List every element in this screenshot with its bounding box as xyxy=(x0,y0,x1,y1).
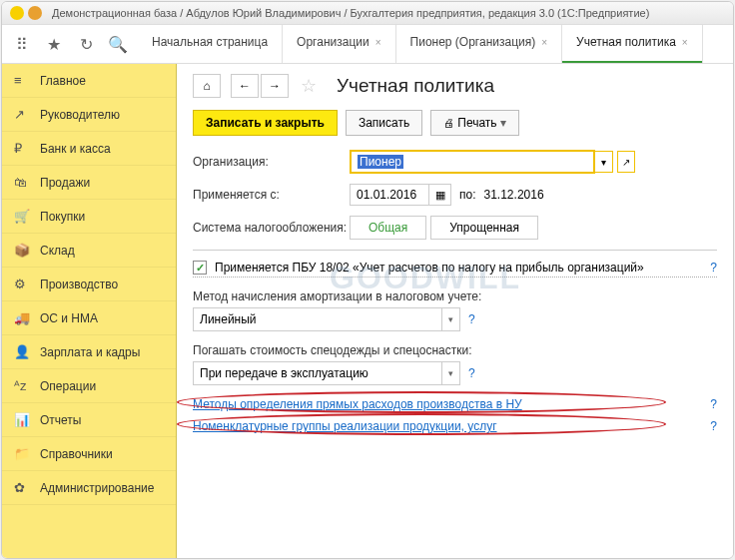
tax-simple-button[interactable]: Упрощенная xyxy=(430,216,538,240)
sidebar-item-7[interactable]: 🚚ОС и НМА xyxy=(2,301,176,335)
content: ⌂ ← → ☆ Учетная политика Записать и закр… xyxy=(177,64,733,558)
favorite-icon[interactable]: ★ xyxy=(38,25,70,63)
sidebar-icon: 📁 xyxy=(14,446,32,461)
sidebar-item-1[interactable]: ↗Руководителю xyxy=(2,98,176,132)
applies-label: Применяется с: xyxy=(193,188,350,202)
sidebar-label: Отчеты xyxy=(40,413,81,427)
sidebar-icon: ₽ xyxy=(14,141,32,156)
org-input[interactable]: Пионер xyxy=(350,150,595,174)
topbar: ⠿ ★ ↻ 🔍 Начальная страницаОрганизации×Пи… xyxy=(2,25,733,64)
sidebar: ≡Главное↗Руководителю₽Банк и касса🛍Прода… xyxy=(2,64,177,558)
sidebar-item-6[interactable]: ⚙Производство xyxy=(2,268,176,301)
sidebar-label: Зарплата и кадры xyxy=(40,345,140,359)
sidebar-label: Покупки xyxy=(40,210,85,224)
forward-button[interactable]: → xyxy=(261,74,289,98)
sidebar-icon: ⚙ xyxy=(14,277,32,291)
org-open-button[interactable]: ↗ xyxy=(617,151,635,173)
help-icon[interactable]: ? xyxy=(710,261,717,275)
amort-dropdown-button[interactable]: ▾ xyxy=(442,307,460,331)
history-icon[interactable]: ↻ xyxy=(70,25,102,63)
sidebar-label: Склад xyxy=(40,244,75,258)
sidebar-item-5[interactable]: 📦Склад xyxy=(2,234,176,268)
apps-icon[interactable]: ⠿ xyxy=(6,25,38,63)
sidebar-item-10[interactable]: 📊Отчеты xyxy=(2,403,176,437)
date-to-label: по: xyxy=(459,188,476,202)
sidebar-icon: 📊 xyxy=(14,412,32,427)
help-icon[interactable]: ? xyxy=(468,312,475,326)
date-from-input[interactable] xyxy=(350,184,429,206)
tax-general-button[interactable]: Общая xyxy=(350,216,426,240)
save-close-button[interactable]: Записать и закрыть xyxy=(193,110,338,136)
sidebar-label: Производство xyxy=(40,278,118,291)
sidebar-item-8[interactable]: 👤Зарплата и кадры xyxy=(2,335,176,369)
sidebar-label: Главное xyxy=(40,74,86,88)
org-dropdown-button[interactable]: ▾ xyxy=(595,151,613,173)
sidebar-icon: ✿ xyxy=(14,480,32,495)
sidebar-item-3[interactable]: 🛍Продажи xyxy=(2,166,176,200)
tab-close-icon[interactable]: × xyxy=(375,37,381,48)
page-title: Учетная политика xyxy=(337,75,494,97)
sidebar-icon: 📦 xyxy=(14,243,32,258)
sidebar-label: Администрирование xyxy=(40,481,154,495)
tab-2[interactable]: Пионер (Организация)× xyxy=(396,25,563,63)
sidebar-item-9[interactable]: ᴬzОперации xyxy=(2,369,176,403)
help-icon[interactable]: ? xyxy=(710,419,717,433)
sidebar-item-4[interactable]: 🛒Покупки xyxy=(2,200,176,234)
sidebar-icon: 🛍 xyxy=(14,175,32,190)
app-icon-2 xyxy=(28,6,42,20)
titlebar-text: Демонстрационная база / Абдулов Юрий Вла… xyxy=(52,7,649,19)
spec-dropdown-button[interactable]: ▾ xyxy=(442,361,460,385)
sidebar-label: Банк и касса xyxy=(40,142,111,156)
spec-label: Погашать стоимость спецодежды и спецосна… xyxy=(193,343,717,357)
tax-label: Система налогообложения: xyxy=(193,221,350,235)
search-icon[interactable]: 🔍 xyxy=(102,25,134,63)
help-icon[interactable]: ? xyxy=(468,366,475,380)
tab-close-icon[interactable]: × xyxy=(541,37,547,48)
date-to-value: 31.12.2016 xyxy=(484,188,544,202)
sidebar-label: Справочники xyxy=(40,447,113,461)
sidebar-item-2[interactable]: ₽Банк и касса xyxy=(2,132,176,166)
tab-close-icon[interactable]: × xyxy=(682,37,688,48)
sidebar-icon: 👤 xyxy=(14,344,32,359)
link-nomenclature-groups[interactable]: Номенклатурные группы реализации продукц… xyxy=(193,419,497,433)
link-direct-costs[interactable]: Методы определения прямых расходов произ… xyxy=(193,397,522,411)
sidebar-icon: ↗ xyxy=(14,107,32,122)
save-button[interactable]: Записать xyxy=(346,110,422,136)
sidebar-item-11[interactable]: 📁Справочники xyxy=(2,437,176,471)
tab-3[interactable]: Учетная политика× xyxy=(562,25,703,63)
print-button[interactable]: Печать xyxy=(430,110,519,136)
back-button[interactable]: ← xyxy=(231,74,259,98)
sidebar-label: Продажи xyxy=(40,176,90,190)
pbu-checkbox[interactable]: ✓ xyxy=(193,261,207,275)
tab-1[interactable]: Организации× xyxy=(283,25,395,63)
sidebar-label: Руководителю xyxy=(40,108,120,122)
sidebar-item-0[interactable]: ≡Главное xyxy=(2,64,176,98)
org-label: Организация: xyxy=(193,155,350,169)
tab-0[interactable]: Начальная страница xyxy=(138,25,283,63)
sidebar-label: Операции xyxy=(40,379,96,393)
home-button[interactable]: ⌂ xyxy=(193,74,221,98)
pbu-label: Применяется ПБУ 18/02 «Учет расчетов по … xyxy=(215,261,644,275)
calendar-icon[interactable]: ▦ xyxy=(429,184,451,206)
help-icon[interactable]: ? xyxy=(710,397,717,411)
sidebar-item-12[interactable]: ✿Администрирование xyxy=(2,471,176,505)
star-icon[interactable]: ☆ xyxy=(301,75,317,97)
spec-select[interactable] xyxy=(193,361,442,385)
sidebar-label: ОС и НМА xyxy=(40,311,98,325)
amort-select[interactable] xyxy=(193,307,442,331)
app-icon xyxy=(10,6,24,20)
sidebar-icon: 🛒 xyxy=(14,209,32,224)
sidebar-icon: 🚚 xyxy=(14,310,32,325)
titlebar: Демонстрационная база / Абдулов Юрий Вла… xyxy=(2,2,733,25)
sidebar-icon: ≡ xyxy=(14,73,32,88)
amort-label: Метод начисления амортизации в налоговом… xyxy=(193,289,717,303)
sidebar-icon: ᴬz xyxy=(14,378,32,393)
